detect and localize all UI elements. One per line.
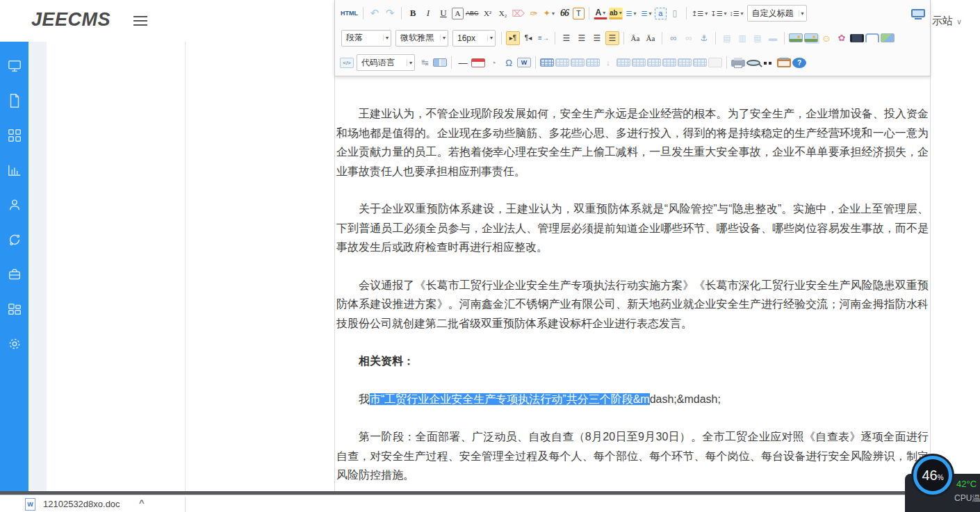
font-border-button[interactable]: A (452, 8, 464, 19)
hamburger-menu-icon[interactable] (133, 16, 147, 26)
indent-button[interactable]: ≡→ (537, 31, 550, 45)
paragraph-spacing-bottom-button[interactable]: ↧☰ (710, 6, 727, 20)
image-manager-button[interactable] (804, 33, 818, 42)
insert-map-button[interactable] (881, 33, 895, 42)
html-source-button[interactable]: HTML (340, 6, 359, 20)
page-break-button[interactable]: ↹ (418, 56, 432, 69)
special-char-button[interactable]: Ω (502, 56, 516, 69)
emoji-button[interactable]: ☺ (819, 31, 833, 45)
paragraph-format-select-value: 段落 (346, 32, 363, 44)
word-image-button[interactable]: W (517, 58, 531, 67)
site-switcher-label: 示站 (932, 15, 953, 26)
cpu-percent-value: 46 (922, 459, 937, 491)
attachment-button[interactable] (865, 33, 879, 42)
blockquote-button[interactable]: 66 (557, 6, 571, 20)
insert-iframe-button[interactable] (433, 58, 447, 67)
align-justify-button[interactable]: ☰ (605, 31, 619, 45)
insert-code-button[interactable]: </> (340, 58, 354, 68)
split-cols-button (693, 58, 707, 67)
align-left-button[interactable]: ☰ (560, 31, 573, 45)
toolbar-separator (623, 32, 624, 44)
selected-text[interactable]: 市“工贸行业企业安全生产专项执法行动”共分三个阶段&m (370, 393, 650, 405)
find-replace-button[interactable] (762, 59, 776, 66)
paragraph-spacing-top-button[interactable]: ↥☰ (691, 6, 708, 20)
superscript-button[interactable]: X² (481, 6, 495, 20)
image-inline-button: ▥ (735, 31, 749, 45)
custom-title-select[interactable]: 自定义标题▾ (747, 5, 807, 22)
sync-icon[interactable] (7, 232, 22, 247)
highlight-color-button[interactable]: ab (609, 8, 623, 19)
paste-button[interactable] (777, 58, 791, 67)
layout-icon[interactable] (7, 302, 22, 317)
insert-video-button[interactable] (850, 34, 864, 42)
document-body[interactable]: 王建业认为，不管企业现阶段发展如何，安全生产永远是企业经营的根本。为了安全生产，… (336, 76, 929, 512)
insert-image-button[interactable] (789, 33, 803, 42)
gear-icon[interactable] (7, 336, 22, 352)
insert-row-button (586, 58, 600, 67)
monitor-icon[interactable] (7, 58, 22, 74)
toolbar-separator (726, 56, 727, 69)
paste-text-button[interactable]: T (573, 8, 585, 19)
paragraph-format-select[interactable]: 段落▾ (341, 30, 391, 47)
table-props-button (571, 58, 585, 67)
redo-button[interactable]: ↷ (383, 6, 397, 20)
preview-button[interactable] (746, 60, 760, 66)
selection-pre-text: 我 (359, 393, 370, 405)
paragraph: 关于企业双重预防体系建设，王建业认为，双重预防体系就是“风险管控”与“隐患整改”… (336, 199, 929, 257)
grid-icon[interactable] (7, 128, 22, 143)
insert-date-button[interactable] (471, 58, 485, 67)
main-sidebar (0, 42, 28, 492)
chevron-up-icon[interactable]: ^ (139, 497, 145, 508)
link-button[interactable]: ∞ (667, 31, 680, 45)
anchor-button[interactable]: ⚓ (697, 31, 711, 45)
font-color-button[interactable]: A (594, 8, 607, 19)
format-brush-button[interactable]: ✑ (527, 6, 541, 20)
collapsed-panel (28, 42, 47, 492)
strikethrough-button[interactable]: ABC (465, 6, 480, 20)
cpu-usage-gauge[interactable]: 46% (913, 456, 952, 495)
subscript-button[interactable]: X₂ (496, 6, 510, 20)
eraser-button[interactable]: ⌦ (512, 6, 525, 20)
paragraph: 会议通报了《长葛市工贸行业企业安全生产专项执法行动实施方案》《长葛市深化工贸行业… (336, 276, 929, 333)
ordered-list-button[interactable]: ☰ (624, 6, 638, 20)
toolbox-icon[interactable] (7, 267, 22, 282)
autotypeset-button[interactable]: ✦ (542, 6, 556, 20)
toolbar-row-2: 段落▾微软雅黑▾16px▾▸¶¶◂≡→☰☰☰☰ÂaǍa∞∞⚓▤▥▤▬☺✿ (339, 25, 926, 51)
merge-down-button (662, 58, 676, 67)
document-icon[interactable] (7, 93, 22, 108)
align-right-button[interactable]: ☰ (590, 31, 604, 45)
chart-icon[interactable] (7, 163, 22, 178)
line-height-button[interactable]: ↕☰ (729, 6, 744, 20)
user-icon[interactable] (7, 197, 22, 213)
unordered-list-button[interactable]: ☰ (639, 6, 653, 20)
fullscreen-monitor-button[interactable] (911, 9, 925, 17)
font-size-select[interactable]: 16px▾ (452, 30, 496, 47)
case-upper-button[interactable]: Âa (628, 31, 642, 45)
font-family-select-value: 微软雅黑 (400, 32, 434, 44)
font-family-select[interactable]: 微软雅黑▾ (395, 30, 448, 47)
download-filename[interactable]: 12102532d8xo.doc (43, 499, 120, 509)
bold-button[interactable]: B (406, 6, 420, 20)
print-button[interactable] (731, 60, 745, 67)
new-page-button[interactable]: ▯ (668, 6, 682, 20)
undo-button[interactable]: ↶ (368, 6, 382, 20)
insert-col-button (632, 58, 646, 67)
scrawl-button[interactable]: ✿ (835, 31, 849, 45)
panel-divider (185, 42, 186, 512)
image-left-align-button: ▤ (720, 31, 734, 45)
code-language-select[interactable]: 代码语言▾ (357, 54, 415, 71)
case-lower-button[interactable]: Ǎa (644, 31, 658, 45)
insert-time-button[interactable]: ◔ (487, 56, 500, 69)
site-switcher[interactable]: 示站∨ (932, 15, 962, 28)
insert-table-button[interactable] (540, 58, 554, 67)
italic-button[interactable]: I (421, 6, 435, 20)
help-button[interactable]: ? (792, 58, 806, 68)
unlink-button: ∞ (682, 31, 696, 45)
ltr-paragraph-button[interactable]: ▸¶ (506, 31, 520, 45)
rtl-paragraph-button[interactable]: ¶◂ (521, 31, 535, 45)
toolbar-separator (784, 32, 785, 44)
underline-button[interactable]: U (436, 6, 450, 20)
inline-code-button[interactable]: a (655, 8, 667, 19)
horizontal-rule-button[interactable]: — (456, 56, 470, 69)
align-center-button[interactable]: ☰ (575, 31, 589, 45)
